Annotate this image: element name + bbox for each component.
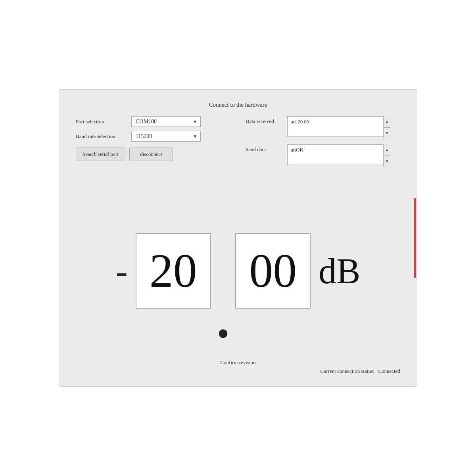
port-select[interactable]: COM100 COM1 COM2 COM3 — [131, 116, 201, 127]
disconnect-button[interactable]: disconnect — [129, 148, 173, 161]
port-selection-row: Port selection COM100 COM1 COM2 COM3 ▼ — [76, 116, 230, 127]
send-data-scrollbar: ▲ ▼ — [383, 144, 390, 167]
data-received-scroll-up-button[interactable]: ▲ — [384, 116, 390, 128]
data-received-wrapper: att-20.00 ▲ ▼ — [287, 116, 390, 138]
unit-text: dB — [319, 251, 360, 292]
send-data-wrapper: attOK ▲ ▼ — [287, 144, 390, 167]
send-data-label: Send data — [246, 144, 281, 153]
section-title: Connect to the hardware — [76, 102, 400, 108]
button-row: Search serial port disconnect — [76, 148, 230, 161]
baud-rate-select[interactable]: 115200 9600 57600 — [131, 131, 201, 142]
data-received-row: Data received att-20.00 ▲ ▼ — [246, 116, 400, 138]
decimal-digit-text: 00 — [249, 247, 297, 295]
status-label: Current connection status: — [320, 368, 374, 374]
display-section: - 20 • 00 dB — [76, 182, 400, 359]
integer-digit-box: 20 — [136, 233, 211, 309]
confirm-revision-text: Confirm revision — [220, 359, 255, 366]
send-data-scroll-up-button[interactable]: ▲ — [384, 144, 390, 156]
bottom-section: Confirm revision Current connection stat… — [76, 359, 400, 374]
baud-rate-row: Baud rate selection 115200 9600 57600 ▼ — [76, 131, 230, 142]
port-selection-label: Port selection — [76, 119, 127, 125]
right-controls: Data received att-20.00 ▲ ▼ Send data at… — [246, 116, 400, 167]
top-section: Port selection COM100 COM1 COM2 COM3 ▼ B… — [76, 116, 400, 167]
send-data-scroll-down-button[interactable]: ▼ — [384, 156, 390, 167]
left-controls: Port selection COM100 COM1 COM2 COM3 ▼ B… — [76, 116, 230, 161]
main-panel: Connect to the hardware Port selection C… — [60, 89, 416, 387]
data-received-scrollbar: ▲ ▼ — [383, 116, 390, 138]
data-received-scroll-down-button[interactable]: ▼ — [384, 128, 390, 139]
connection-status-text: Current connection status: Connected — [320, 368, 400, 374]
baud-select-wrapper: 115200 9600 57600 ▼ — [131, 131, 201, 142]
red-accent-bar — [414, 198, 416, 278]
baud-rate-label: Baud rate selection — [76, 133, 127, 140]
data-received-label: Data received — [246, 116, 281, 125]
decimal-digit-box: 00 — [235, 233, 311, 309]
send-data-row: Send data attOK ▲ ▼ — [246, 144, 400, 167]
sign-display: - — [116, 251, 128, 292]
data-received-textarea[interactable]: att-20.00 — [287, 116, 390, 137]
port-select-wrapper: COM100 COM1 COM2 COM3 ▼ — [131, 116, 201, 127]
send-data-textarea[interactable]: attOK — [287, 144, 390, 165]
status-value: Connected — [378, 368, 400, 374]
dot-separator: • — [217, 316, 230, 351]
search-serial-port-button[interactable]: Search serial port — [76, 148, 125, 161]
integer-digit-text: 20 — [150, 247, 197, 295]
